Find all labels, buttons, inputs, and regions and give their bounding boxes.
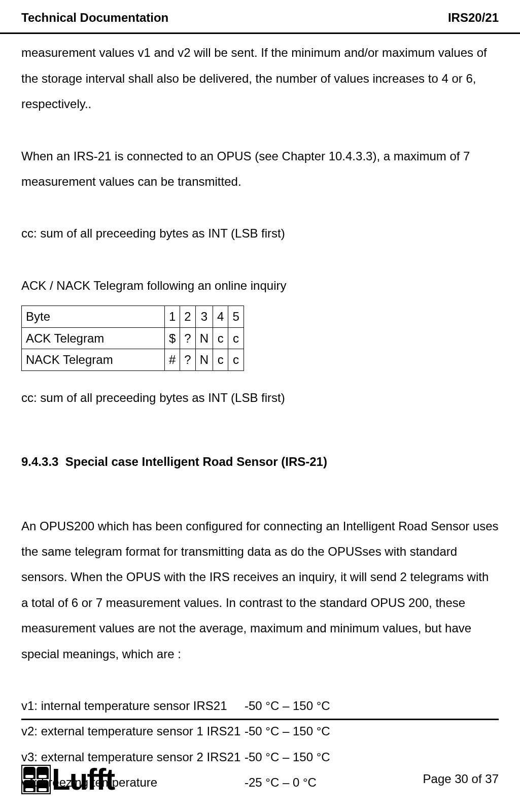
paragraph: When an IRS-21 is connected to an OPUS (… xyxy=(21,144,499,195)
page-header: Technical Documentation IRS20/21 xyxy=(0,0,520,34)
table-cell: c xyxy=(228,349,244,371)
table-cell: ? xyxy=(180,349,195,371)
table-cell: c xyxy=(213,327,228,349)
table-row: ACK Telegram $ ? N c c xyxy=(22,327,244,349)
table-cell: Byte xyxy=(22,306,165,328)
page-content: measurement values v1 and v2 will be sen… xyxy=(0,34,520,795)
table-cell: 4 xyxy=(213,306,228,328)
section-number: 9.4.3.3 xyxy=(21,455,58,468)
table-cell: $ xyxy=(165,327,180,349)
table-cell: # xyxy=(165,349,180,371)
footer-divider xyxy=(21,719,499,720)
table-cell: ACK Telegram xyxy=(22,327,165,349)
table-cell: 5 xyxy=(228,306,244,328)
value-range: -50 °C – 150 °C xyxy=(245,693,499,719)
paragraph: cc: sum of all preceeding bytes as INT (… xyxy=(21,385,499,411)
paragraph: cc: sum of all preceeding bytes as INT (… xyxy=(21,221,499,246)
table-row: Byte 1 2 3 4 5 xyxy=(22,306,244,328)
table-cell: 3 xyxy=(195,306,213,328)
table-cell: N xyxy=(195,327,213,349)
section-heading: 9.4.3.3 Special case Intelligent Road Se… xyxy=(21,449,499,475)
table-cell: N xyxy=(195,349,213,371)
value-key: v1: internal temperature sensor IRS21 xyxy=(21,693,245,719)
table-cell: NACK Telegram xyxy=(22,349,165,371)
section-title: Special case Intelligent Road Sensor (IR… xyxy=(65,455,327,468)
table-cell: ? xyxy=(180,327,195,349)
page-footer: Lufft Page 30 of 37 xyxy=(21,729,499,795)
header-left: Technical Documentation xyxy=(21,5,168,30)
table-cell: 1 xyxy=(165,306,180,328)
paragraph: measurement values v1 and v2 will be sen… xyxy=(21,40,499,117)
paragraph: ACK / NACK Telegram following an online … xyxy=(21,273,499,298)
table-cell: c xyxy=(213,349,228,371)
logo-text: Lufft xyxy=(52,764,114,795)
ack-nack-table: Byte 1 2 3 4 5 ACK Telegram $ ? N c c NA… xyxy=(21,306,244,371)
table-row: NACK Telegram # ? N c c xyxy=(22,349,244,371)
header-right: IRS20/21 xyxy=(448,5,499,30)
logo-icon xyxy=(21,765,51,794)
page-number: Page 30 of 37 xyxy=(423,766,499,795)
table-cell: c xyxy=(228,327,244,349)
brand-logo: Lufft xyxy=(21,764,114,795)
paragraph: An OPUS200 which has been configured for… xyxy=(21,514,499,667)
table-cell: 2 xyxy=(180,306,195,328)
